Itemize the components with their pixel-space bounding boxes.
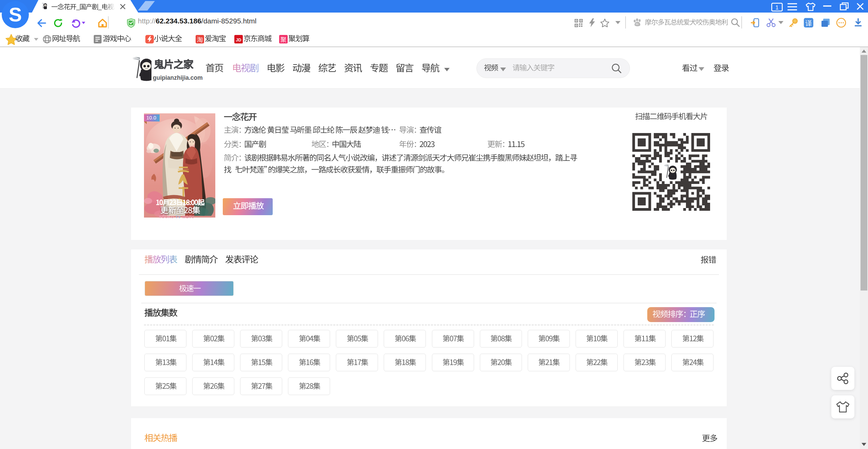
svg-text:1: 1 xyxy=(775,4,778,11)
svg-text:S: S xyxy=(9,3,22,25)
svg-text:du: du xyxy=(636,23,638,25)
svg-text:JD: JD xyxy=(236,38,241,42)
